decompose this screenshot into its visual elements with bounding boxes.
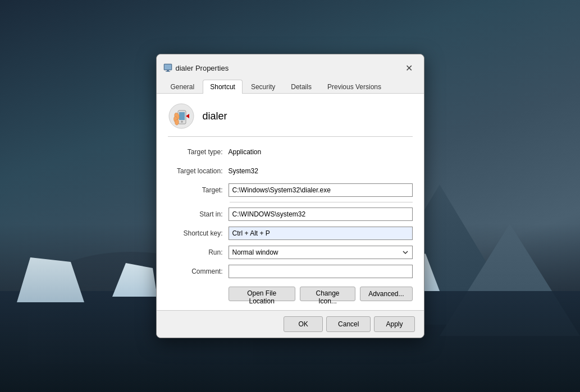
start-in-row: Start in:: [168, 207, 413, 222]
target-location-value: System32: [229, 167, 258, 175]
target-type-label: Target type:: [168, 148, 229, 156]
tab-general[interactable]: General: [163, 80, 202, 94]
ok-button[interactable]: OK: [284, 316, 323, 332]
change-icon-button[interactable]: Change Icon...: [300, 287, 355, 301]
tab-security[interactable]: Security: [244, 80, 282, 94]
properties-dialog: dialer Properties ✕ General Shortcut Sec…: [156, 54, 424, 338]
target-location-label: Target location:: [168, 167, 229, 175]
tab-content: dialer Target type: Application Target l…: [157, 94, 424, 311]
svg-point-7: [181, 121, 183, 123]
comment-row: Comment:: [168, 264, 413, 279]
target-location-row: Target location: System32: [168, 164, 413, 178]
separator-1: [230, 202, 413, 202]
open-file-location-button[interactable]: Open File Location: [229, 287, 295, 301]
dialog-overlay: dialer Properties ✕ General Shortcut Sec…: [0, 0, 580, 392]
app-header: dialer: [168, 103, 413, 137]
tabs-bar: General Shortcut Security Details Previo…: [157, 76, 424, 94]
cancel-button[interactable]: Cancel: [326, 316, 371, 332]
app-icon: [168, 103, 195, 130]
target-type-value: Application: [229, 148, 262, 156]
app-name: dialer: [203, 110, 227, 122]
dialog-title: dialer Properties: [176, 64, 229, 72]
run-label: Run:: [168, 248, 229, 256]
close-button[interactable]: ✕: [401, 60, 417, 76]
apply-button[interactable]: Apply: [374, 316, 414, 332]
advanced-button[interactable]: Advanced...: [360, 287, 412, 301]
bottom-buttons-bar: OK Cancel Apply: [157, 311, 424, 338]
comment-label: Comment:: [168, 268, 229, 275]
svg-rect-3: [166, 71, 170, 72]
tab-previous-versions[interactable]: Previous Versions: [320, 80, 389, 94]
title-bar-left: dialer Properties: [163, 63, 229, 72]
svg-rect-6: [179, 112, 185, 120]
target-type-row: Target type: Application: [168, 145, 413, 159]
title-bar: dialer Properties ✕: [157, 54, 424, 76]
shortcut-key-input[interactable]: [229, 227, 413, 240]
action-buttons: Open File Location Change Icon... Advanc…: [168, 287, 413, 301]
start-in-input[interactable]: [229, 207, 413, 221]
start-in-label: Start in:: [168, 210, 229, 218]
target-label: Target:: [168, 186, 229, 194]
tab-shortcut[interactable]: Shortcut: [203, 80, 243, 94]
target-input[interactable]: [229, 183, 413, 197]
shortcut-key-label: Shortcut key:: [168, 229, 229, 237]
run-select[interactable]: Normal window Minimized Maximized: [229, 246, 413, 259]
shortcut-key-row: Shortcut key:: [168, 226, 413, 241]
svg-rect-1: [165, 64, 171, 70]
comment-input[interactable]: [229, 265, 413, 278]
run-row: Run: Normal window Minimized Maximized: [168, 245, 413, 260]
dialog-icon: [163, 63, 172, 72]
target-row: Target:: [168, 183, 413, 197]
tab-details[interactable]: Details: [284, 80, 319, 94]
